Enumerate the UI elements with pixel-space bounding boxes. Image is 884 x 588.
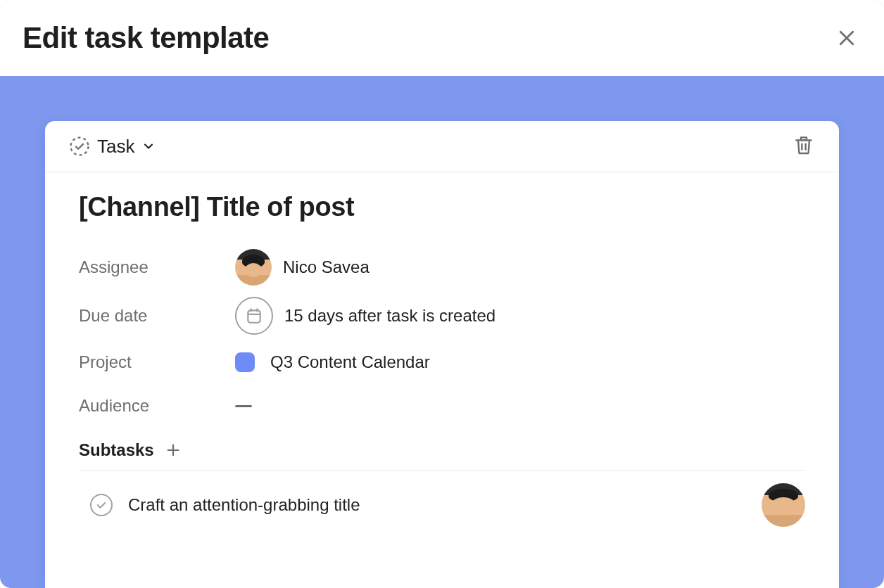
assignee-name: Nico Savea bbox=[283, 257, 370, 277]
audience-label: Audience bbox=[79, 396, 235, 416]
audience-row[interactable]: Audience bbox=[79, 384, 805, 428]
task-type-icon bbox=[69, 136, 90, 157]
project-value: Q3 Content Calendar bbox=[235, 352, 430, 372]
card-body: [Channel] Title of post Assignee Nico Sa… bbox=[45, 172, 839, 539]
calendar-icon-wrap bbox=[235, 297, 273, 335]
due-date-value: 15 days after task is created bbox=[235, 297, 495, 335]
task-type-dropdown[interactable]: Task bbox=[69, 136, 156, 158]
project-label: Project bbox=[79, 352, 235, 372]
assignee-value: Nico Savea bbox=[235, 249, 370, 286]
subtask-assignee-avatar[interactable] bbox=[762, 483, 805, 527]
task-type-label: Task bbox=[97, 136, 134, 158]
chevron-down-icon bbox=[141, 139, 156, 153]
empty-value-icon bbox=[235, 405, 252, 407]
delete-button[interactable] bbox=[793, 134, 815, 159]
task-title[interactable]: [Channel] Title of post bbox=[79, 192, 805, 222]
modal-header: Edit task template bbox=[0, 0, 884, 76]
modal-body-background: Task [Channel] Title of pos bbox=[0, 76, 884, 588]
svg-point-2 bbox=[71, 138, 89, 155]
add-subtask-button[interactable] bbox=[165, 442, 181, 458]
card-toolbar: Task bbox=[45, 121, 839, 172]
subtask-row[interactable]: Craft an attention-grabbing title bbox=[79, 470, 805, 539]
project-color-chip bbox=[235, 352, 255, 372]
due-date-label: Due date bbox=[79, 306, 235, 326]
subtask-complete-toggle[interactable] bbox=[90, 494, 113, 516]
due-date-text: 15 days after task is created bbox=[284, 306, 495, 326]
plus-icon bbox=[165, 442, 181, 458]
check-icon bbox=[95, 499, 108, 511]
subtask-title: Craft an attention-grabbing title bbox=[128, 495, 746, 515]
project-name: Q3 Content Calendar bbox=[270, 352, 430, 372]
close-button[interactable] bbox=[836, 27, 857, 49]
calendar-icon bbox=[245, 307, 263, 325]
assignee-label: Assignee bbox=[79, 257, 235, 277]
trash-icon bbox=[793, 134, 815, 156]
task-card: Task [Channel] Title of pos bbox=[45, 121, 839, 588]
modal-title: Edit task template bbox=[23, 21, 269, 55]
close-icon bbox=[836, 27, 857, 49]
project-row[interactable]: Project Q3 Content Calendar bbox=[79, 340, 805, 384]
subtasks-header: Subtasks bbox=[79, 428, 805, 470]
edit-task-template-modal: Edit task template Task bbox=[0, 0, 884, 588]
assignee-avatar bbox=[235, 249, 272, 286]
subtasks-label: Subtasks bbox=[79, 440, 154, 460]
due-date-row[interactable]: Due date 15 days after task is created bbox=[79, 291, 805, 340]
audience-value bbox=[235, 405, 252, 407]
assignee-row[interactable]: Assignee Nico Savea bbox=[79, 243, 805, 291]
svg-rect-5 bbox=[248, 310, 260, 322]
